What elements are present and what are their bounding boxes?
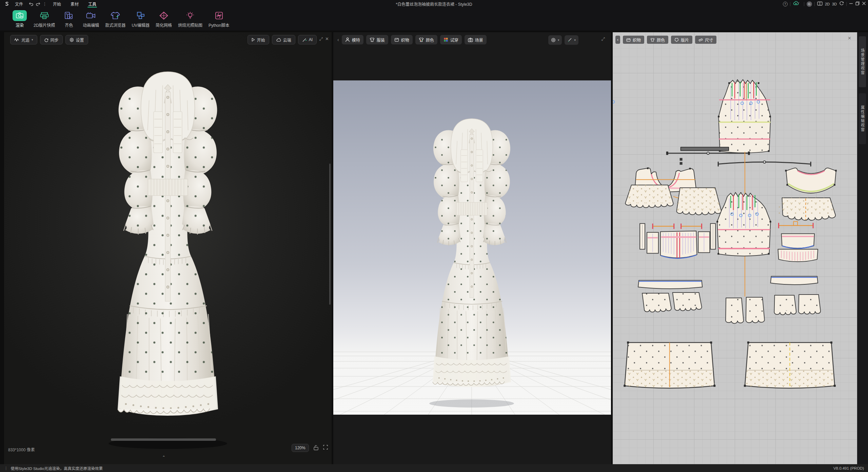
tool-uv-editor[interactable]: UV编辑器 [132, 8, 150, 28]
restore-button[interactable] [855, 1, 860, 6]
tool-label: 款式浏览器 [105, 22, 125, 28]
simplify-mesh-icon [157, 10, 171, 21]
tool-simplify-mesh[interactable]: 简化网格 [156, 8, 172, 28]
pattern-piece-back-yoke[interactable] [785, 168, 836, 193]
settings-button[interactable]: 设置 [65, 35, 88, 44]
tool-label: 动画编辑 [83, 22, 99, 28]
lock-icon[interactable] [313, 445, 319, 452]
animation-icon [84, 10, 98, 21]
render-panel: 光追▾ 同步 设置 开始 云端 AI ⤢ ✕ [4, 32, 332, 464]
user-avatar[interactable]: G [807, 1, 812, 7]
expand-panel-icon[interactable]: ⤢ [319, 36, 323, 42]
close-panel-icon[interactable]: ✕ [325, 36, 329, 41]
magic-wand-icon [302, 38, 307, 42]
split-view-icon[interactable] [817, 1, 823, 7]
tshirt-icon [370, 37, 375, 42]
pattern-piece-cuff-frills-right[interactable] [774, 295, 821, 315]
person-icon [345, 37, 350, 42]
focus-target-dropdown[interactable]: ▾ [548, 35, 562, 45]
tab-property-editor[interactable]: 属性编辑视窗 [859, 93, 866, 144]
zoom-level-badge[interactable]: 120% [292, 444, 309, 452]
chevron-down-icon: ▾ [32, 38, 33, 41]
tab-scene-manager[interactable]: 场景管理视窗 [859, 36, 866, 87]
raytrace-mode-button[interactable]: 光追▾ [10, 35, 37, 44]
close-button[interactable] [862, 1, 866, 6]
pattern-piece-skirt-back[interactable] [744, 341, 836, 388]
view-3d-button[interactable]: 3D [832, 2, 837, 6]
camera-icon [468, 38, 473, 42]
render-icon [13, 10, 27, 21]
pattern-piece-frill-right[interactable] [776, 198, 835, 220]
document-title: *白色蕾丝泡泡袖披肩长款连衣裙 - Style3D [396, 1, 472, 7]
tool-render[interactable]: 渲染 [12, 8, 27, 28]
avatar-button[interactable]: 模特 [342, 35, 363, 44]
vertical-scrollbar[interactable] [329, 164, 331, 305]
tool-colorways[interactable]: 齐色 [61, 8, 77, 28]
tryon-icon [443, 37, 448, 42]
divider [804, 2, 804, 6]
3d-scene[interactable] [333, 80, 611, 415]
undo-icon[interactable] [28, 0, 35, 8]
pattern-piece-cuff-frills-center[interactable] [726, 297, 765, 323]
more-menu-icon[interactable]: ⋮ [41, 0, 48, 8]
menu-file[interactable]: 文件 [10, 0, 28, 8]
target-icon [551, 38, 556, 42]
app-logo [3, 0, 10, 8]
tryon-button[interactable]: 试穿 [440, 35, 462, 44]
view-2d-button[interactable]: 2D [825, 2, 830, 6]
pattern-piece-frill-left-b[interactable] [673, 188, 722, 215]
status-more-icon[interactable]: ⋮ [4, 466, 8, 471]
ai-button[interactable]: AI [298, 35, 317, 44]
cloud-render-button[interactable]: 云端 [272, 35, 295, 44]
redo-icon[interactable] [35, 0, 41, 8]
fabric-button[interactable]: 织物 [391, 35, 413, 44]
cloud-icon [276, 38, 281, 42]
pattern-piece-waistband-right[interactable] [771, 276, 818, 285]
menu-tools[interactable]: 工具 [83, 0, 101, 8]
pattern-piece-cuff-frills-left[interactable] [642, 292, 702, 312]
refresh-icon[interactable] [839, 1, 844, 7]
collapse-left-icon[interactable]: ‹ [337, 37, 339, 42]
help-icon[interactable]: ? [783, 2, 788, 6]
cloud-upload-icon[interactable] [793, 1, 802, 7]
tool-label: Python脚本 [209, 22, 229, 28]
pattern-guide-line[interactable] [718, 161, 811, 166]
fit-view-icon[interactable] [323, 445, 328, 451]
tool-python-script[interactable]: Python脚本 [209, 8, 229, 28]
gear-icon [70, 38, 74, 42]
color-button[interactable]: 颜色 [415, 35, 437, 44]
pointer-tool-dropdown[interactable]: ▾ [565, 35, 578, 45]
arrow-tool-icon [567, 38, 572, 42]
pattern-pieces-canvas[interactable] [613, 32, 857, 464]
tool-label: 烘焙光照贴图 [178, 22, 202, 28]
garment-button[interactable]: 服装 [366, 35, 388, 44]
tool-animation-editor[interactable]: 动画编辑 [83, 8, 99, 28]
sync-button[interactable]: 同步 [40, 35, 63, 44]
pattern-piece-skirt-front[interactable] [624, 341, 715, 388]
pattern-piece-waistband-left[interactable] [638, 280, 702, 289]
menu-material[interactable]: 素材 [66, 0, 83, 8]
minimize-button[interactable] [849, 1, 853, 6]
pattern-panel: ‹ 织物 颜色 版片 尺寸 ✕ [613, 32, 857, 464]
tool-2d-snapshot[interactable]: 2D版片快照 [34, 8, 55, 28]
expand-viewport-icon[interactable]: ⤢ [601, 36, 605, 42]
tool-bake-lightmap[interactable]: 烘焙光照贴图 [178, 8, 202, 28]
uv-editor-icon [134, 10, 148, 21]
menu-start[interactable]: 开始 [48, 0, 66, 8]
style-browser-icon [108, 10, 122, 21]
tool-label: 2D版片快照 [34, 22, 55, 28]
render-start-button[interactable]: 开始 [248, 35, 269, 44]
horizontal-scrollbar[interactable] [111, 438, 216, 441]
tool-style-browser[interactable]: 款式浏览器 [105, 8, 125, 28]
pattern-piece-waist-right[interactable] [778, 222, 818, 262]
pattern-piece-waist-left[interactable] [640, 224, 715, 259]
pattern-piece-frill-left-a[interactable] [625, 185, 673, 208]
collapse-up-icon[interactable]: ⌃ [162, 455, 165, 460]
scene-button[interactable]: 场景 [465, 35, 487, 44]
pattern-piece-bodice-lower[interactable] [716, 192, 771, 256]
snapshot-icon [37, 10, 52, 21]
waveform-icon [14, 38, 19, 42]
pattern-piece-bodice-upper[interactable] [613, 79, 771, 153]
divider [814, 2, 815, 6]
garment-3d[interactable] [429, 119, 515, 387]
